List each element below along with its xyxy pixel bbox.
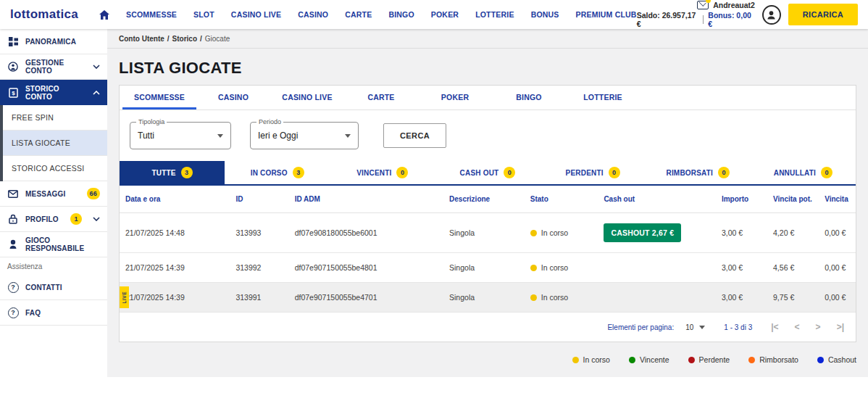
cell-descrizione: Singola <box>443 283 525 313</box>
lottomatica-logo[interactable]: lottomatica <box>10 7 78 22</box>
page-range-label: 1 - 3 di 3 <box>724 323 752 331</box>
chevron-down-icon <box>93 65 100 69</box>
header-user-area: Andreauat2 Saldo: 26.957,17 € Bonus: 0,0… <box>637 1 858 28</box>
cell-descrizione: Singola <box>443 253 525 283</box>
cell-vincita-pot: 4,56 € <box>767 253 819 283</box>
sidebar-item-gioco-responsabile[interactable]: GIOCO RESPONSABILE <box>0 232 107 257</box>
tab-bingo[interactable]: BINGO <box>492 86 566 109</box>
tab-scommesse[interactable]: SCOMMESSE <box>122 86 196 109</box>
ricarica-button[interactable]: RICARICA <box>788 4 858 25</box>
nav-casino-live[interactable]: CASINO LIVE <box>231 10 281 19</box>
status-legend: In corso Vincente Perdente Rimborsato Ca… <box>107 342 868 364</box>
status-tab-perdenti[interactable]: PERDENTI 0 <box>541 161 646 184</box>
cell-vincita: 0,00 € <box>819 213 856 253</box>
pagination-bar: Elementi per pagina: 10 1 - 3 di 3 |< < … <box>120 313 856 342</box>
legend-rimborsato: Rimborsato <box>748 355 798 364</box>
sidebar-item-storico-conto[interactable]: $ STORICO CONTO <box>0 80 107 105</box>
col-data-e-ora: Data e ora <box>120 186 230 213</box>
nav-slot[interactable]: SLOT <box>193 10 214 19</box>
status-count-badge: 0 <box>821 167 832 178</box>
nav-lotterie[interactable]: LOTTERIE <box>475 10 514 19</box>
per-page-select[interactable]: 10 <box>685 323 705 331</box>
bonus-label: Bonus: 0,00 € <box>708 11 755 28</box>
nav-bonus[interactable]: BONUS <box>531 10 559 19</box>
first-page-button[interactable]: |< <box>771 322 778 332</box>
cell-stato: In corso <box>525 253 598 283</box>
sidebar-item-gestione-conto[interactable]: GESTIONE CONTO <box>0 54 107 80</box>
sidebar-item-panoramica[interactable]: PANORAMICA <box>0 29 107 54</box>
per-page-label: Elementi per pagina: <box>607 323 674 331</box>
nav-carte[interactable]: CARTE <box>345 10 372 19</box>
status-count-badge: 0 <box>718 167 730 178</box>
status-tab-label: TUTTE <box>151 169 175 177</box>
top-header: lottomatica SCOMMESSE SLOT CASINO LIVE C… <box>0 0 868 29</box>
status-tab-label: PERDENTI <box>566 169 604 177</box>
cell-cashout <box>598 253 716 283</box>
breadcrumb-giocate: Giocate <box>205 35 230 43</box>
content-row: PANORAMICA GESTIONE CONTO $ STORICO CONT… <box>0 29 868 401</box>
home-icon[interactable] <box>99 9 110 20</box>
status-count-badge: 3 <box>293 167 304 178</box>
live-tag: LIVE <box>120 286 129 308</box>
cell-date: 21/07/2025 14:48 <box>120 213 230 253</box>
lista-giocate-card: SCOMMESSE CASINO CASINO LIVE CARTE POKER… <box>119 85 856 342</box>
filters-bar: Tipologia Tutti Periodo Ieri e Oggi CERC… <box>120 110 856 160</box>
breadcrumb: Conto Utente / Storico / Giocate <box>107 29 868 49</box>
messages-envelope-icon[interactable] <box>697 1 709 9</box>
table-row: 21/07/2025 14:39 313992 df07e907150055be… <box>120 253 856 283</box>
status-tab-annullati[interactable]: ANNULLATI 0 <box>751 161 856 184</box>
breadcrumb-conto-utente[interactable]: Conto Utente <box>119 35 164 43</box>
sidebar-item-profilo[interactable]: PROFILO 1 <box>0 207 107 232</box>
tab-poker[interactable]: POKER <box>418 86 492 109</box>
status-tab-cash-out[interactable]: CASH OUT 0 <box>435 161 540 184</box>
sidebar-item-contatti[interactable]: ? CONTATTI <box>0 275 107 300</box>
user-block: Andreauat2 Saldo: 26.957,17 € Bonus: 0,0… <box>637 1 755 28</box>
sidebar-item-messaggi[interactable]: MESSAGGI 66 <box>0 181 107 207</box>
status-dot-in-corso <box>530 230 537 236</box>
cell-id: 313992 <box>230 253 288 283</box>
sidebar-item-lista-giocate[interactable]: LISTA GIOCATE <box>3 131 107 156</box>
tab-carte[interactable]: CARTE <box>344 86 418 109</box>
tab-lotterie[interactable]: LOTTERIE <box>566 86 640 109</box>
status-tab-vincenti[interactable]: VINCENTI 0 <box>330 161 435 184</box>
col-id: ID <box>230 186 288 213</box>
cell-cashout <box>598 283 716 313</box>
status-tab-in-corso[interactable]: IN CORSO 3 <box>225 161 330 184</box>
status-tab-tutte[interactable]: TUTTE 3 <box>120 161 225 184</box>
cell-date: LIVE 21/07/2025 14:39 <box>120 283 230 313</box>
col-cash-out: Cash out <box>598 186 716 213</box>
tab-casino-live[interactable]: CASINO LIVE <box>270 86 344 109</box>
cell-importo: 3,00 € <box>716 213 767 253</box>
cerca-button[interactable]: CERCA <box>383 123 446 148</box>
cashout-button[interactable]: CASHOUT 2,67 € <box>604 223 681 242</box>
breadcrumb-storico[interactable]: Storico <box>172 35 197 43</box>
svg-text:$: $ <box>12 90 15 96</box>
balance-divider <box>703 15 704 24</box>
periodo-select[interactable]: Periodo Ieri e Oggi <box>250 122 359 149</box>
question-circle-icon: ? <box>7 307 19 318</box>
account-avatar-icon[interactable] <box>762 5 781 25</box>
last-page-button[interactable]: >| <box>837 322 844 332</box>
tipologia-select[interactable]: Tipologia Tutti <box>130 122 231 149</box>
nav-bingo[interactable]: BINGO <box>388 10 414 19</box>
caret-down-icon <box>345 134 351 138</box>
sidebar-label: STORICO CONTO <box>25 85 86 101</box>
legend-perdente: Perdente <box>688 355 730 364</box>
cell-vincita-pot: 9,75 € <box>767 283 819 313</box>
nav-casino[interactable]: CASINO <box>298 10 328 19</box>
next-page-button[interactable]: > <box>816 322 821 332</box>
tab-casino[interactable]: CASINO <box>196 86 270 109</box>
lock-icon <box>7 214 19 224</box>
sidebar-item-free-spin[interactable]: FREE SPIN <box>3 105 107 131</box>
cell-stato: In corso <box>525 213 598 253</box>
nav-premium-club[interactable]: PREMIUM CLUB <box>576 10 637 19</box>
nav-scommesse[interactable]: SCOMMESSE <box>126 10 177 19</box>
nav-poker[interactable]: POKER <box>431 10 459 19</box>
caret-down-icon <box>699 326 705 329</box>
sidebar-item-faq[interactable]: ? FAQ <box>0 300 107 326</box>
status-count-badge: 0 <box>396 167 408 178</box>
sidebar-item-storico-accessi[interactable]: STORICO ACCESSI <box>3 156 107 181</box>
cell-vincita: 0,00 € <box>819 253 856 283</box>
status-tab-rimborsati[interactable]: RIMBORSATI 0 <box>646 161 751 184</box>
prev-page-button[interactable]: < <box>795 322 800 332</box>
